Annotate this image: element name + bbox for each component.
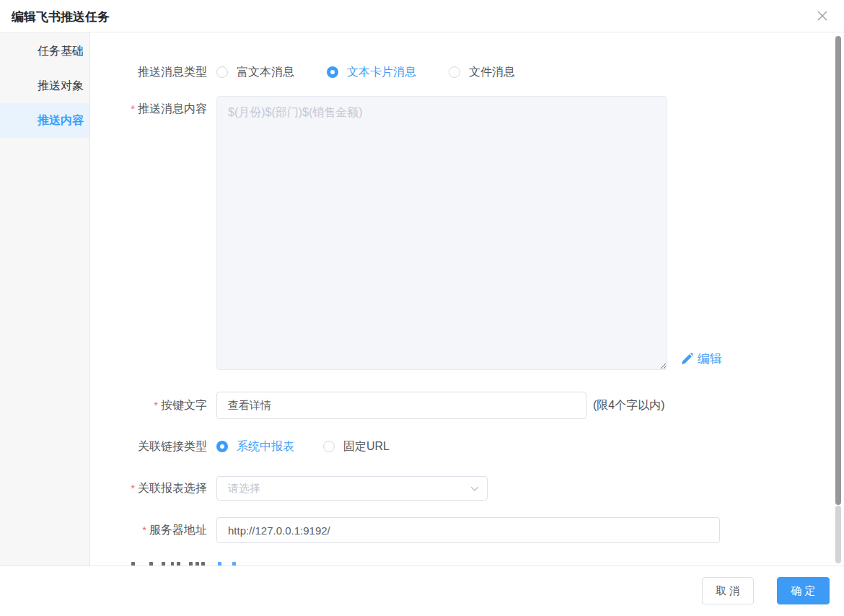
clipped-form-row — [90, 562, 844, 566]
radio-file-message[interactable]: 文件消息 — [449, 65, 515, 80]
report-select-row: 关联报表选择 请选择 — [90, 476, 844, 501]
link-type-row: 关联链接类型 系统中报表 固定URL — [90, 438, 844, 455]
server-address-label: 服务器地址 — [90, 523, 207, 538]
radio-label: 富文本消息 — [237, 65, 294, 80]
button-text-label: 按键文字 — [90, 398, 207, 413]
edit-content-link[interactable]: 编辑 — [681, 351, 722, 367]
report-select-dropdown[interactable]: 请选择 — [216, 476, 488, 501]
edit-link-label: 编辑 — [698, 351, 722, 367]
message-type-radio-group: 富文本消息 文本卡片消息 文件消息 — [216, 65, 515, 80]
chevron-down-icon — [470, 484, 480, 497]
message-type-row: 推送消息类型 富文本消息 文本卡片消息 文件消息 — [90, 63, 844, 81]
sidebar-tabs: 任务基础 推送对象 推送内容 — [0, 32, 90, 566]
report-select-label: 关联报表选择 — [90, 481, 207, 496]
radio-label: 系统中报表 — [237, 439, 294, 454]
server-address-row: 服务器地址 — [90, 517, 844, 543]
dialog-title: 编辑飞书推送任务 — [12, 9, 110, 25]
server-address-input[interactable] — [216, 517, 720, 543]
radio-rich-text-message[interactable]: 富文本消息 — [216, 65, 294, 80]
button-text-hint: (限4个字以内) — [593, 398, 665, 413]
dialog-body: 任务基础 推送对象 推送内容 推送消息类型 富文本消息 文本卡片消息 — [0, 32, 844, 566]
scrollbar-track[interactable] — [835, 506, 841, 563]
radio-circle-icon — [449, 66, 460, 78]
radio-label: 固定URL — [343, 439, 390, 454]
link-type-radio-group: 系统中报表 固定URL — [216, 439, 418, 454]
dialog-header: 编辑飞书推送任务 — [0, 0, 844, 32]
close-icon[interactable] — [815, 9, 830, 24]
message-content-row: 推送消息内容 编辑 — [90, 96, 844, 370]
dialog-footer: 取 消 确 定 — [0, 566, 844, 615]
confirm-button[interactable]: 确 定 — [777, 577, 830, 604]
edit-feishu-push-task-dialog: 编辑飞书推送任务 任务基础 推送对象 推送内容 推送消息类型 富文本消息 — [0, 0, 844, 616]
push-content-form: 推送消息类型 富文本消息 文本卡片消息 文件消息 — [90, 32, 844, 566]
link-type-label: 关联链接类型 — [90, 439, 207, 454]
message-content-textarea[interactable] — [216, 96, 667, 370]
sidebar-item-task-basics[interactable]: 任务基础 — [0, 34, 89, 69]
message-content-label: 推送消息内容 — [90, 102, 207, 117]
radio-text-card-message[interactable]: 文本卡片消息 — [327, 65, 416, 80]
sidebar-item-push-content[interactable]: 推送内容 — [0, 103, 89, 138]
radio-selected-icon — [216, 441, 228, 452]
radio-system-report[interactable]: 系统中报表 — [216, 439, 294, 454]
radio-label: 文件消息 — [469, 65, 515, 80]
button-text-input[interactable] — [216, 392, 586, 419]
vertical-scrollbar[interactable] — [835, 36, 841, 563]
radio-circle-icon — [216, 66, 228, 78]
report-select-placeholder: 请选择 — [228, 482, 260, 496]
radio-fixed-url[interactable]: 固定URL — [323, 439, 390, 454]
radio-selected-icon — [327, 66, 338, 78]
message-type-label: 推送消息类型 — [90, 65, 207, 80]
scrollbar-thumb[interactable] — [835, 36, 841, 505]
radio-label: 文本卡片消息 — [347, 65, 416, 80]
button-text-row: 按键文字 (限4个字以内) — [90, 392, 844, 419]
cancel-button[interactable]: 取 消 — [702, 577, 754, 604]
pencil-icon — [681, 353, 693, 365]
sidebar-item-push-target[interactable]: 推送对象 — [0, 69, 89, 103]
radio-circle-icon — [323, 441, 335, 452]
